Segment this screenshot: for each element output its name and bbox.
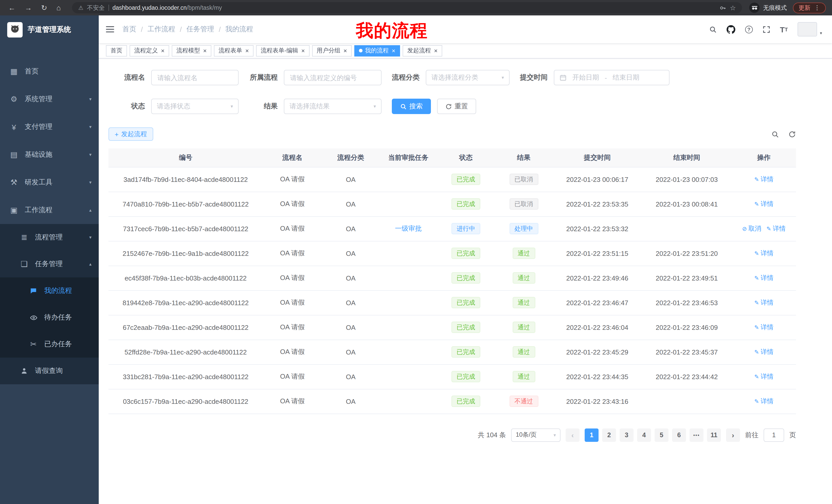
close-icon[interactable]: × <box>301 48 305 54</box>
reset-button-label: 重置 <box>454 102 468 111</box>
font-size-icon[interactable]: TT <box>780 25 788 34</box>
sidebar-item-system[interactable]: ⚙系统管理▾ <box>0 85 99 113</box>
bookmark-star-icon[interactable]: ☆ <box>730 4 736 11</box>
process-definition-input[interactable] <box>284 70 382 85</box>
page-number-4[interactable]: 4 <box>637 428 651 442</box>
hamburger-icon[interactable] <box>106 26 114 33</box>
chevron-down-icon: ▾ <box>231 104 233 109</box>
edit-icon: ✎ <box>766 225 771 232</box>
next-page-button[interactable]: › <box>726 428 740 442</box>
detail-link[interactable]: ✎详情 <box>754 200 773 208</box>
detail-link[interactable]: ✎详情 <box>754 347 773 356</box>
sidebar-item-task-mgmt[interactable]: ❏任务管理▴ <box>0 251 99 277</box>
search-button[interactable]: 搜索 <box>392 99 431 114</box>
security-label: 不安全 <box>87 4 105 11</box>
tab-process-definition[interactable]: 流程定义× <box>130 45 169 56</box>
tab-user-group[interactable]: 用户分组× <box>312 45 352 56</box>
app-window: ← → ↻ ⌂ ⚠ 不安全 dashboard.yudao.iocoder.cn… <box>0 0 832 504</box>
sidebar-item-workflow[interactable]: ▣工作流程▴ <box>0 196 99 224</box>
detail-link[interactable]: ✎详情 <box>754 397 773 405</box>
sidebar-item-infrastructure[interactable]: ▤基础设施▾ <box>0 141 99 169</box>
page-number-2[interactable]: 2 <box>602 428 616 442</box>
search-toggle-icon[interactable] <box>771 130 779 138</box>
close-icon[interactable]: × <box>203 48 207 54</box>
tab-my-process[interactable]: 我的流程× <box>354 45 400 56</box>
home-icon: ▦ <box>9 67 19 76</box>
sidebar-item-my-process[interactable]: 我的流程 <box>0 277 99 304</box>
sidebar-item-payment[interactable]: ¥支付管理▾ <box>0 113 99 141</box>
date-range-picker[interactable]: 开始日期 - 结束日期 <box>554 70 670 85</box>
github-icon[interactable] <box>727 25 735 34</box>
key-icon[interactable] <box>720 4 726 11</box>
sidebar-item-done-tasks[interactable]: ✂已办任务 <box>0 331 99 358</box>
detail-link[interactable]: ✎详情 <box>754 175 773 184</box>
detail-link[interactable]: ✎详情 <box>754 323 773 332</box>
close-icon[interactable]: × <box>161 48 164 54</box>
page-number-6[interactable]: 6 <box>672 428 686 442</box>
tab-start-process[interactable]: 发起流程× <box>402 45 442 56</box>
cancel-link[interactable]: ⊘取消 <box>742 224 761 233</box>
user-menu[interactable]: ▼ <box>798 22 823 36</box>
status-badge: 已完成 <box>451 174 480 185</box>
breadcrumb-item[interactable]: 首页 <box>122 25 136 34</box>
help-icon[interactable]: ? <box>745 25 753 33</box>
result-select[interactable]: 请选择流结果 ▾ <box>284 99 382 114</box>
toolbar-right-icons <box>771 130 796 138</box>
result-cell: 处理中 <box>495 216 553 241</box>
forward-icon[interactable]: → <box>25 4 32 11</box>
back-icon[interactable]: ← <box>8 4 16 11</box>
sidebar-item-process-mgmt[interactable]: ≣流程管理▾ <box>0 224 99 251</box>
detail-link[interactable]: ✎详情 <box>766 224 785 233</box>
detail-link[interactable]: ✎详情 <box>754 372 773 381</box>
browser-home-icon[interactable]: ⌂ <box>56 4 61 11</box>
detail-link[interactable]: ✎详情 <box>754 298 773 307</box>
category-select[interactable]: 请选择流程分类 ▾ <box>426 70 510 85</box>
sidebar-item-todo-tasks[interactable]: 待办任务 <box>0 304 99 331</box>
close-icon[interactable]: × <box>434 48 438 54</box>
breadcrumb-item[interactable]: 工作流程 <box>148 25 175 34</box>
tab-label: 流程表单 <box>218 47 242 54</box>
goto-page-input[interactable]: 1 <box>763 428 784 442</box>
close-icon[interactable]: × <box>343 48 347 54</box>
process-name-cell: OA 请假 <box>263 315 322 340</box>
update-button[interactable]: 更新 ⋮ <box>793 2 826 13</box>
page-number-11[interactable]: 11 <box>707 428 721 442</box>
reload-icon[interactable]: ↻ <box>41 4 47 11</box>
tab-process-model[interactable]: 流程模型× <box>172 45 211 56</box>
submit-time-cell: 2022-01-23 00:06:17 <box>553 167 642 192</box>
more-pages-button[interactable]: ••• <box>690 428 703 442</box>
breadcrumb-item[interactable]: 任务管理 <box>186 25 214 34</box>
page-number-1[interactable]: 1 <box>585 428 599 442</box>
app-logo[interactable]: 芋道管理系统 <box>0 16 99 44</box>
address-bar[interactable]: ⚠ 不安全 dashboard.yudao.iocoder.cn/bpm/tas… <box>72 2 742 13</box>
sidebar-item-devtools[interactable]: ⚒研发工具▾ <box>0 169 99 196</box>
page-size-select[interactable]: 10条/页 ▾ <box>511 428 561 442</box>
prev-page-button[interactable]: ‹ <box>566 428 579 442</box>
sidebar-item-home[interactable]: ▦首页 <box>0 58 99 85</box>
browser-menu-icon[interactable]: ⋮ <box>814 4 820 11</box>
edit-icon: ✎ <box>754 250 759 257</box>
close-icon[interactable]: × <box>245 48 249 54</box>
detail-link[interactable]: ✎详情 <box>754 274 773 282</box>
fullscreen-icon[interactable] <box>762 25 770 33</box>
page-number-5[interactable]: 5 <box>655 428 669 442</box>
create-process-button[interactable]: + 发起流程 <box>108 128 153 141</box>
tab-process-form-edit[interactable]: 流程表单-编辑× <box>256 45 310 56</box>
current-task-link[interactable]: 一级审批 <box>395 225 422 232</box>
status-label: 状态 <box>117 102 145 111</box>
refresh-icon[interactable] <box>788 130 796 138</box>
sidebar-item-leave-query[interactable]: 请假查询 <box>0 358 99 384</box>
status-select[interactable]: 请选择状态 ▾ <box>151 99 239 114</box>
chevron-down-icon: ▾ <box>553 432 556 438</box>
process-name-input[interactable] <box>151 70 239 85</box>
tab-home[interactable]: 首页 <box>106 45 127 56</box>
page-number-3[interactable]: 3 <box>620 428 633 442</box>
search-icon[interactable] <box>709 25 717 33</box>
detail-link[interactable]: ✎详情 <box>754 249 773 258</box>
reset-button[interactable]: 重置 <box>437 99 476 114</box>
tab-process-form[interactable]: 流程表单× <box>214 45 254 56</box>
action-label: 详情 <box>760 200 773 208</box>
table-row: 67c2eaab-7b9a-11ec-a290-acde48001122OA 请… <box>108 315 796 340</box>
chat-icon <box>29 287 38 295</box>
close-icon[interactable]: × <box>392 48 395 54</box>
